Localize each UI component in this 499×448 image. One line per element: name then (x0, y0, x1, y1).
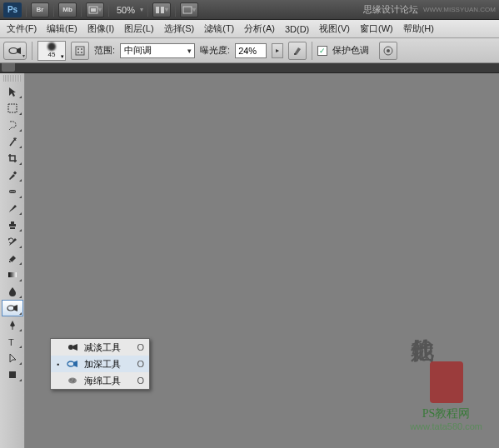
eraser-tool[interactable] (2, 250, 23, 266)
history-brush-tool[interactable] (2, 233, 23, 250)
watermark: 他她我你 PS教程网 www.tata580.com (410, 283, 482, 431)
svg-rect-21 (8, 272, 17, 277)
svg-point-31 (73, 379, 74, 380)
burn-tool-icon (66, 357, 79, 371)
zoom-dropdown-icon[interactable]: ▾ (140, 6, 143, 13)
flyout-sponge-tool[interactable]: 海绵工具 O (51, 372, 149, 389)
lasso-tool[interactable] (2, 117, 23, 133)
minibridge-button[interactable]: Mb (58, 2, 77, 17)
blur-tool[interactable] (2, 283, 23, 300)
svg-point-17 (10, 191, 12, 192)
brush-preview-dot (47, 42, 56, 51)
menu-view[interactable]: 视图(V) (314, 20, 355, 37)
document-tab-strip (0, 63, 499, 73)
path-selection-tool[interactable] (2, 350, 23, 366)
menu-3d[interactable]: 3D(D) (280, 22, 314, 37)
ps-logo-icon: Ps (3, 2, 22, 17)
burn-tool[interactable] (2, 300, 23, 316)
menu-filter[interactable]: 滤镜(T) (199, 20, 239, 37)
svg-point-27 (67, 361, 74, 366)
app-top-bar: Ps Br Mb ▾ 50%▾ ▾ ▾ 思缘设计论坛 WWW.MISSYUAN.… (0, 0, 499, 20)
svg-rect-14 (8, 104, 17, 112)
exposure-flyout-button[interactable]: ▸ (272, 43, 283, 58)
screen-mode-button[interactable]: ▾ (180, 2, 198, 17)
svg-point-9 (77, 52, 79, 53)
svg-point-19 (13, 191, 15, 192)
gradient-tool[interactable] (2, 266, 23, 283)
svg-point-13 (387, 49, 390, 52)
range-label: 范围: (94, 44, 115, 57)
eyedropper-tool[interactable] (2, 167, 23, 183)
menu-bar: 文件(F) 编辑(E) 图像(I) 图层(L) 选择(S) 滤镜(T) 分析(A… (0, 20, 499, 38)
svg-point-5 (9, 47, 17, 53)
svg-point-30 (72, 381, 74, 382)
crop-tool[interactable] (2, 150, 23, 167)
svg-rect-25 (9, 371, 16, 378)
burn-tool-flyout: 减淡工具 O ▪ 加深工具 O 海绵工具 O (50, 338, 150, 390)
brush-preset-picker[interactable]: 45 ▾ (37, 41, 66, 61)
range-select[interactable]: 中间调 (120, 43, 195, 58)
svg-point-18 (12, 191, 13, 192)
protect-tones-checkbox[interactable]: ✓ (317, 46, 327, 56)
branding-text: 思缘设计论坛 WWW.MISSYUAN.COM (363, 3, 496, 16)
svg-rect-4 (183, 7, 192, 13)
menu-window[interactable]: 窗口(W) (355, 20, 398, 37)
svg-rect-1 (91, 8, 96, 12)
protect-tones-label: 保护色调 (332, 44, 369, 57)
sponge-tool-icon (66, 374, 79, 387)
brush-panel-toggle[interactable] (71, 42, 89, 60)
svg-point-29 (70, 379, 72, 381)
svg-point-8 (81, 48, 82, 50)
svg-point-7 (77, 48, 79, 50)
toolbox: T (0, 73, 25, 448)
clone-stamp-tool[interactable] (2, 217, 23, 233)
flyout-burn-tool[interactable]: ▪ 加深工具 O (51, 356, 149, 372)
menu-select[interactable]: 选择(S) (159, 20, 200, 37)
svg-rect-20 (10, 227, 15, 229)
exposure-label: 曝光度: (200, 44, 230, 57)
options-bar: ▾ 45 ▾ 范围: 中间调 曝光度: 24% ▸ ✓ 保护色调 (0, 38, 499, 63)
menu-edit[interactable]: 编辑(E) (42, 20, 82, 37)
menu-analysis[interactable]: 分析(A) (239, 20, 280, 37)
menu-image[interactable]: 图像(I) (82, 20, 119, 37)
brush-tool[interactable] (2, 200, 23, 217)
burn-tool-icon (8, 45, 22, 57)
brush-size-label: 45 (48, 51, 56, 58)
svg-rect-2 (156, 7, 159, 13)
type-tool[interactable]: T (2, 333, 23, 350)
panel-tab-handle[interactable] (2, 63, 15, 72)
menu-help[interactable]: 帮助(H) (398, 20, 439, 37)
current-tool-preset[interactable]: ▾ (3, 42, 27, 60)
menu-layer[interactable]: 图层(L) (119, 20, 158, 37)
pen-tool[interactable] (2, 316, 23, 333)
svg-point-28 (68, 378, 77, 384)
zoom-level[interactable]: 50% (113, 5, 138, 15)
flyout-dodge-tool[interactable]: 减淡工具 O (51, 339, 149, 356)
magic-wand-tool[interactable] (2, 133, 23, 150)
svg-point-26 (68, 345, 73, 350)
bridge-button[interactable]: Br (31, 2, 49, 17)
exposure-input[interactable]: 24% (235, 43, 267, 58)
airbrush-toggle[interactable] (288, 42, 307, 60)
svg-point-11 (294, 53, 296, 55)
svg-rect-3 (161, 7, 164, 13)
marquee-tool[interactable] (2, 100, 23, 117)
svg-rect-6 (76, 47, 84, 55)
view-extras-button[interactable]: ▾ (86, 2, 104, 17)
arrange-documents-button[interactable]: ▾ (152, 2, 171, 17)
svg-text:T: T (8, 337, 14, 347)
rectangle-tool[interactable] (2, 366, 23, 383)
menu-file[interactable]: 文件(F) (2, 20, 42, 37)
toolbox-grip[interactable] (3, 75, 21, 82)
svg-point-10 (81, 52, 82, 53)
pressure-toggle[interactable] (379, 42, 397, 60)
canvas-area[interactable]: 减淡工具 O ▪ 加深工具 O 海绵工具 O 他她我你 PS教程网 www.ta… (25, 73, 499, 448)
svg-point-22 (7, 306, 14, 311)
healing-brush-tool[interactable] (2, 183, 23, 200)
dodge-tool-icon (66, 341, 79, 354)
move-tool[interactable] (2, 83, 23, 100)
svg-rect-15 (13, 172, 17, 175)
